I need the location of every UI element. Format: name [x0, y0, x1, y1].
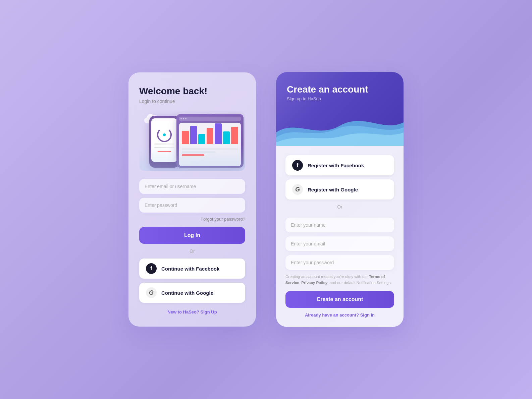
- bar-chart: [182, 125, 238, 146]
- terms-pp[interactable]: Privacy Policy: [301, 281, 327, 285]
- new-to-haseo-text: New to HaSeo?: [167, 309, 199, 315]
- facebook-icon: f: [146, 263, 157, 274]
- facebook-register-icon: f: [292, 160, 303, 171]
- register-header: Create an account Sign up to HaSeo: [276, 72, 404, 146]
- facebook-login-label: Continue with Facebook: [161, 266, 219, 272]
- or-divider-register: Or: [285, 204, 394, 210]
- register-title: Create an account: [287, 84, 393, 95]
- bar: [182, 131, 189, 144]
- sign-in-link[interactable]: Sign In: [360, 312, 375, 318]
- or-divider-login: Or: [139, 248, 245, 254]
- create-account-button[interactable]: Create an account: [285, 291, 394, 308]
- already-have-account: Already have an account? Sign In: [285, 312, 394, 318]
- login-subtitle: Login to continue: [139, 99, 245, 104]
- register-card: Create an account Sign up to HaSeo f Reg…: [276, 72, 404, 327]
- google-login-button[interactable]: G Continue with Google: [139, 283, 245, 303]
- bar: [215, 123, 222, 144]
- reg-email-input[interactable]: [285, 236, 394, 251]
- bar: [207, 128, 214, 144]
- google-register-label: Register with Google: [308, 187, 358, 192]
- login-button[interactable]: Log In: [139, 227, 245, 244]
- bar: [190, 126, 197, 144]
- signup-prompt: New to HaSeo? Sign Up: [139, 309, 245, 315]
- bar: [223, 131, 230, 144]
- register-body: f Register with Facebook G Register with…: [276, 146, 404, 327]
- google-icon: G: [146, 287, 157, 298]
- login-title: Welcome back!: [139, 86, 245, 97]
- google-login-label: Continue with Google: [161, 290, 213, 296]
- terms-text: Creating an account means you're okay wi…: [285, 274, 394, 286]
- dash-dot-2: [183, 118, 184, 119]
- terms-end: , and our default Notification Settings.: [327, 281, 391, 285]
- dash-dot-1: [180, 118, 182, 119]
- facebook-login-button[interactable]: f Continue with Facebook: [139, 259, 245, 279]
- illustration-area: [139, 111, 245, 171]
- name-input[interactable]: [285, 218, 394, 232]
- password-input[interactable]: [139, 198, 245, 213]
- dash-header: [179, 117, 241, 121]
- already-text: Already have an account?: [305, 312, 359, 318]
- google-register-button[interactable]: G Register with Google: [285, 179, 394, 199]
- signup-link-text[interactable]: Sign Up: [201, 309, 217, 315]
- wave-decoration: [276, 106, 404, 146]
- register-subtitle: Sign up to HaSeo: [287, 96, 393, 101]
- forgot-password-link[interactable]: Forgot your password?: [139, 217, 245, 222]
- facebook-register-button[interactable]: f Register with Facebook: [285, 155, 394, 175]
- illustration-bg-gradient: [139, 144, 245, 171]
- bar: [231, 127, 238, 144]
- reg-password-input[interactable]: [285, 255, 394, 270]
- google-register-icon: G: [292, 184, 303, 195]
- facebook-register-label: Register with Facebook: [308, 163, 364, 168]
- terms-intro: Creating an account means you're okay wi…: [285, 275, 369, 279]
- email-input[interactable]: [139, 179, 245, 194]
- bar: [198, 134, 205, 144]
- login-card: Welcome back! Login to continue: [128, 72, 256, 327]
- dash-dot-3: [185, 118, 187, 119]
- phone-circle-icon: [157, 127, 172, 142]
